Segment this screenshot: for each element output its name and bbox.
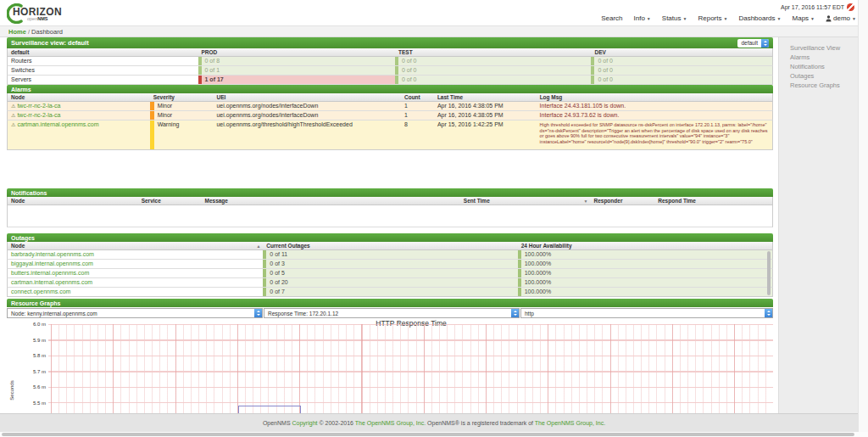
horizontal-scrollbar-thumb[interactable]: [2, 433, 854, 436]
notice-status-icon[interactable]: [847, 3, 854, 11]
outage-node-cell: cartman.internal.opennms.com: [8, 278, 263, 287]
notifications-table-header: Node Service Message Sent Time▼ Responde…: [7, 197, 773, 205]
surveillance-col-dev[interactable]: DEV: [591, 48, 772, 56]
status-bar: [591, 57, 594, 65]
surveillance-col-default[interactable]: default: [8, 48, 198, 56]
outage-row: barbrady.internal.opennms.com 0 of 11 10…: [7, 250, 773, 260]
outage-node-link[interactable]: butters.internal.opennms.com: [11, 270, 89, 276]
resource-node-select-value: Node: kenny.internal.opennms.com: [8, 309, 254, 317]
surveillance-cell[interactable]: 0 of 0: [395, 76, 591, 84]
table-row: Routers 0 of 8 0 of 0 0 of 0: [7, 57, 773, 66]
sidebar-item-notifications[interactable]: Notifications: [779, 62, 858, 71]
sidebar-item-outages[interactable]: Outages: [779, 71, 858, 81]
alarms-col-logmsg[interactable]: Log Msg: [537, 93, 772, 101]
y-tick-label: 5.9 m: [24, 338, 46, 343]
breadcrumb-home-link[interactable]: Home: [8, 28, 26, 36]
surveillance-cell-critical[interactable]: 1 of 17: [198, 76, 395, 84]
alarms-table-header: Node Severity UEI Count Last Time Log Ms…: [7, 93, 773, 102]
outages-scrollbar[interactable]: [767, 251, 771, 295]
surveillance-col-test[interactable]: TEST: [395, 48, 591, 56]
footer-text: © 2002-2016: [317, 420, 354, 426]
warning-triangle-icon: ⚠: [11, 122, 15, 127]
surveillance-table-header: default PROD TEST DEV: [7, 48, 773, 57]
outage-row: connect.opennms.com 0 of 7 100.000%: [7, 288, 773, 297]
alarms-col-lasttime[interactable]: Last Time: [434, 93, 537, 101]
outages-col-availability[interactable]: 24 Hour Availability: [518, 242, 772, 249]
status-bar: [395, 57, 398, 65]
surveillance-cell[interactable]: 0 of 8: [198, 57, 395, 65]
select-arrows-icon: [765, 309, 772, 317]
surveillance-view-select[interactable]: default: [737, 39, 769, 48]
footer-copyright-link[interactable]: Copyright: [292, 420, 318, 426]
sidebar-item-alarms[interactable]: Alarms: [779, 53, 858, 62]
notifications-col-responder[interactable]: Responder: [590, 197, 654, 204]
menu-reports[interactable]: Reports▼: [698, 14, 727, 22]
resource-type-select-value: Response Time: 172.20.1.12: [264, 309, 511, 317]
resource-graph-select[interactable]: http: [520, 308, 773, 318]
table-row: Servers 1 of 17 0 of 0 0 of 0: [7, 76, 773, 85]
surveillance-col-prod[interactable]: PROD: [198, 48, 395, 56]
surveillance-row-label[interactable]: Routers: [8, 57, 198, 65]
alarms-col-count[interactable]: Count: [401, 93, 434, 101]
footer-group-link[interactable]: The OpenNMS Group, Inc.: [355, 420, 426, 426]
alarms-col-uei[interactable]: UEI: [213, 93, 401, 101]
menu-dashboards[interactable]: Dashboards▼: [738, 14, 781, 22]
sidebar-item-surveillance-view[interactable]: Surveillance View: [779, 43, 858, 53]
footer-group-link[interactable]: The OpenNMS Group, Inc.: [535, 420, 605, 426]
notifications-col-node[interactable]: Node: [8, 197, 138, 204]
surveillance-cell[interactable]: 0 of 0: [591, 76, 772, 84]
outage-node-link[interactable]: biggayal.internal.opennms.com: [11, 261, 93, 266]
notifications-col-message[interactable]: Message: [202, 197, 460, 204]
surveillance-row-label[interactable]: Switches: [8, 66, 198, 75]
y-tick-label: 5.5 m: [24, 401, 46, 406]
outage-current-cell: 0 of 20: [263, 278, 517, 287]
alarm-node-link[interactable]: cartman.internal.opennms.com: [17, 121, 98, 127]
surveillance-cell[interactable]: 0 of 0: [591, 57, 772, 65]
dashboard-sidebar: Surveillance View Alarms Notifications O…: [778, 37, 858, 413]
alarm-node-link[interactable]: twc-rr-nc-2-la-ca: [17, 112, 60, 118]
menu-info[interactable]: Info▼: [634, 14, 651, 22]
notifications-col-respondtime[interactable]: Respond Time: [654, 197, 772, 204]
status-bar: [395, 66, 398, 75]
y-tick-label: 5.8 m: [24, 353, 46, 358]
surveillance-cell[interactable]: 0 of 0: [591, 66, 772, 75]
alarms-col-severity[interactable]: Severity: [150, 93, 214, 101]
notifications-col-senttime[interactable]: Sent Time▼: [460, 197, 591, 204]
alarm-node-link[interactable]: twc-rr-nc-2-la-ca: [17, 103, 60, 109]
resource-type-select[interactable]: Response Time: 172.20.1.12: [264, 308, 520, 318]
status-bar: [263, 278, 266, 287]
outages-col-node[interactable]: Node▲: [8, 242, 263, 249]
outages-col-current[interactable]: Current Outages: [263, 242, 517, 249]
resource-node-select[interactable]: Node: kenny.internal.opennms.com: [7, 308, 263, 318]
outage-node-link[interactable]: cartman.internal.opennms.com: [11, 279, 92, 285]
status-bar: [395, 76, 398, 84]
alarms-col-node[interactable]: Node: [8, 93, 150, 101]
menu-maps[interactable]: Maps▼: [793, 14, 815, 22]
outage-node-link[interactable]: barbrady.internal.opennms.com: [11, 251, 94, 257]
outage-current-cell: 0 of 5: [263, 269, 517, 277]
chevron-down-icon: ▼: [810, 16, 815, 21]
vertical-scrollbar[interactable]: [858, 0, 868, 432]
notifications-col-service[interactable]: Service: [138, 197, 202, 204]
outage-node-link[interactable]: connect.opennms.com: [11, 289, 70, 294]
chart-line-segment: [238, 406, 239, 413]
chevron-down-icon: ▼: [723, 16, 727, 21]
notifications-panel-header: Notifications: [7, 188, 773, 197]
surveillance-cell[interactable]: 0 of 1: [198, 66, 395, 75]
warning-triangle-icon: ⚠: [11, 113, 15, 118]
menu-user[interactable]: demo▼: [826, 14, 856, 22]
surveillance-row-label[interactable]: Servers: [8, 76, 198, 84]
menu-search[interactable]: Search: [601, 14, 622, 22]
alarms-panel-header: Alarms: [7, 85, 773, 93]
alarm-node-cell: ⚠twc-rr-nc-2-la-ca: [8, 102, 150, 110]
sidebar-item-resource-graphs[interactable]: Resource Graphs: [779, 81, 858, 90]
surveillance-cell[interactable]: 0 of 0: [395, 57, 591, 65]
opennms-horizon-logo[interactable]: HORIZON openNMS: [7, 3, 66, 25]
footer-text: OpenNMS® is a registered trademark of: [426, 420, 535, 426]
surveillance-cell[interactable]: 0 of 0: [395, 66, 591, 75]
menu-status[interactable]: Status▼: [662, 14, 687, 22]
outage-availability-cell: 100.000%: [518, 250, 772, 259]
outage-availability-cell: 100.000%: [518, 260, 772, 268]
chart-plot-area: [48, 324, 773, 413]
header-datetime-area: Apr 17, 2016 11:57 EDT: [781, 3, 854, 11]
